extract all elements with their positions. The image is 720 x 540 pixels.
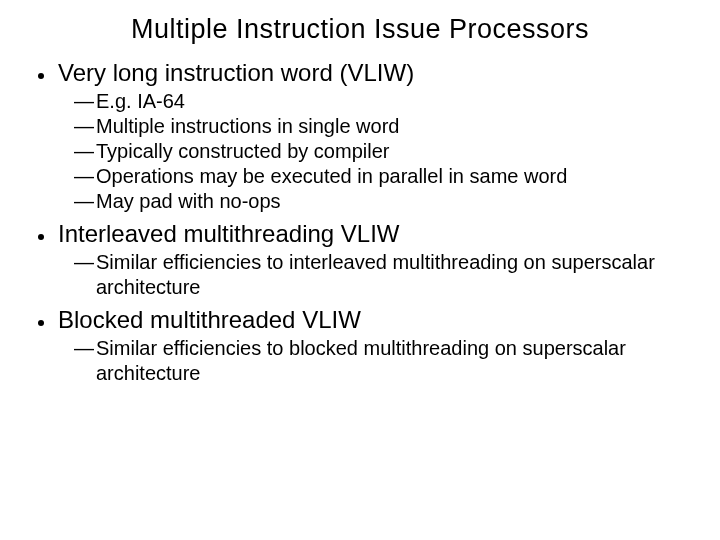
bullet-heading: Interleaved multithreading VLIW	[58, 220, 400, 248]
sub-text: Typically constructed by compiler	[96, 139, 690, 164]
sub-list: — E.g. IA-64 — Multiple instructions in …	[30, 89, 690, 214]
sub-item: — Similar efficiencies to blocked multit…	[74, 336, 690, 386]
sub-item: — May pad with no-ops	[74, 189, 690, 214]
dash-icon: —	[74, 189, 94, 214]
sub-list: — Similar efficiencies to interleaved mu…	[30, 250, 690, 300]
sub-text: Operations may be executed in parallel i…	[96, 164, 690, 189]
bullet-icon	[38, 234, 44, 240]
sub-text: Similar efficiencies to blocked multithr…	[96, 336, 690, 386]
bullet-heading: Blocked multithreaded VLIW	[58, 306, 361, 334]
dash-icon: —	[74, 139, 94, 164]
dash-icon: —	[74, 89, 94, 114]
dash-icon: —	[74, 336, 94, 361]
slide-title: Multiple Instruction Issue Processors	[30, 14, 690, 45]
sub-text: May pad with no-ops	[96, 189, 690, 214]
bullet-line: Very long instruction word (VLIW)	[30, 59, 690, 87]
sub-text: E.g. IA-64	[96, 89, 690, 114]
bullet-line: Blocked multithreaded VLIW	[30, 306, 690, 334]
bullet-icon	[38, 320, 44, 326]
dash-icon: —	[74, 164, 94, 189]
bullet-icon	[38, 73, 44, 79]
list-item: Blocked multithreaded VLIW — Similar eff…	[30, 306, 690, 386]
sub-text: Similar efficiencies to interleaved mult…	[96, 250, 690, 300]
sub-list: — Similar efficiencies to blocked multit…	[30, 336, 690, 386]
list-item: Very long instruction word (VLIW) — E.g.…	[30, 59, 690, 214]
list-item: Interleaved multithreading VLIW — Simila…	[30, 220, 690, 300]
dash-icon: —	[74, 114, 94, 139]
sub-item: — Multiple instructions in single word	[74, 114, 690, 139]
dash-icon: —	[74, 250, 94, 275]
sub-item: — E.g. IA-64	[74, 89, 690, 114]
bullet-list: Very long instruction word (VLIW) — E.g.…	[30, 59, 690, 386]
slide: Multiple Instruction Issue Processors Ve…	[0, 0, 720, 402]
bullet-line: Interleaved multithreading VLIW	[30, 220, 690, 248]
sub-item: — Operations may be executed in parallel…	[74, 164, 690, 189]
sub-text: Multiple instructions in single word	[96, 114, 690, 139]
sub-item: — Typically constructed by compiler	[74, 139, 690, 164]
sub-item: — Similar efficiencies to interleaved mu…	[74, 250, 690, 300]
bullet-heading: Very long instruction word (VLIW)	[58, 59, 414, 87]
